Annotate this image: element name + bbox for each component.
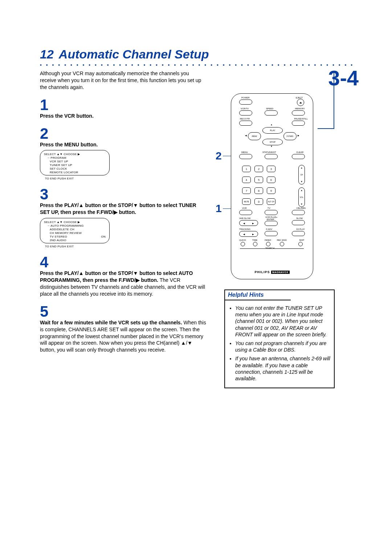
key-3[interactable]: 3	[267, 166, 275, 172]
tracking-right-icon	[252, 233, 254, 235]
key-1[interactable]: 1	[242, 166, 251, 172]
remote-body: POWER EJECT ⏏ VCR/TV SPEED MEMORY REC/OT…	[231, 93, 313, 279]
key-6[interactable]: 6	[267, 177, 275, 183]
osd1-item: REMOTE LOCATOR	[50, 171, 106, 174]
key-2[interactable]: 2	[254, 166, 263, 172]
page-number: 12	[40, 47, 54, 61]
osd2-item: TV STEREO	[50, 235, 67, 239]
speed-button[interactable]	[265, 110, 278, 116]
skip-label: SKIP	[299, 239, 304, 241]
x2-button[interactable]	[292, 231, 305, 236]
clear-label: CLEAR	[296, 151, 303, 153]
time-label: TIME	[252, 239, 257, 241]
brand-row: PHILIPS MAGNAVOX	[231, 270, 313, 274]
fadv-button[interactable]	[265, 231, 278, 236]
power-button[interactable]	[239, 100, 252, 105]
osd2-item: AUTO PROGRAMMING	[45, 224, 106, 228]
statusexit-button[interactable]	[265, 154, 278, 159]
ch-rocker[interactable]: CH	[298, 165, 305, 185]
play-label: PLAY	[270, 129, 275, 131]
ch-label: CH	[300, 174, 303, 176]
cbldbs-button[interactable]	[292, 210, 305, 215]
corner-vline	[334, 72, 334, 128]
play-button[interactable]: PLAY	[262, 127, 283, 134]
left-icon	[245, 134, 247, 137]
quick-button[interactable]	[241, 242, 245, 246]
osd1-item: PROGRAM	[45, 156, 106, 160]
speed-label: SPEED	[266, 108, 273, 110]
vol-up-icon	[301, 189, 303, 191]
corner-hline	[318, 128, 334, 129]
ffwd-button[interactable]: F.FWD	[283, 132, 297, 140]
index-label: INDEX	[265, 239, 271, 241]
vol-rocker[interactable]: VOL	[298, 187, 305, 207]
remote-diagram: 2 1 POWER EJECT ⏏ VCR/TV SPEED MEMORY	[231, 93, 313, 279]
skip-button[interactable]	[298, 242, 303, 246]
recotr-label: REC/OTR	[240, 118, 250, 120]
helpful-hints-box: Helpful Hints You can not enter the TUNE…	[224, 289, 335, 388]
power-label: POWER	[241, 97, 250, 99]
key-4[interactable]: 4	[242, 177, 251, 183]
stop-button[interactable]: STOP	[262, 139, 283, 145]
index-button[interactable]	[266, 242, 270, 246]
memory-button[interactable]	[292, 110, 305, 116]
recend-button[interactable]	[280, 242, 284, 246]
ch-up-icon	[301, 167, 303, 169]
key-8[interactable]: 8	[254, 187, 263, 194]
x2-label: X2 PLAY	[296, 228, 305, 230]
tv-button[interactable]	[265, 210, 278, 215]
vcrplus-button[interactable]	[265, 221, 278, 226]
osd1-footer: TO END PUSH EXIT	[45, 177, 207, 180]
tv-label: TV	[268, 207, 270, 209]
osd2-on: ON	[101, 235, 106, 239]
manual-page: 12 Automatic Channel Setup • • • • • • •…	[0, 0, 392, 417]
osd-menu-1: SELECT ▲▼ CHOOSE ▶ PROGRAM VCR SET UP TU…	[40, 150, 110, 175]
slow-button[interactable]	[292, 220, 305, 225]
step-3-number: 3	[40, 187, 207, 202]
varslow-label: VAR.SLOW	[239, 217, 250, 219]
brand-philips: PHILIPS	[254, 270, 270, 274]
time-button[interactable]	[253, 242, 257, 246]
osd2-item: ADD/DELETE CH	[50, 228, 106, 231]
key-5[interactable]: 5	[254, 177, 263, 183]
step-3-bold: Press the PLAY/▲ button or the STOP/▼ bu…	[40, 202, 196, 215]
altch-button[interactable]: ALT CH	[267, 198, 275, 205]
slow-label: SLOW	[296, 217, 303, 219]
rew-button[interactable]: REW	[248, 132, 261, 140]
osd1-header: SELECT ▲▼ CHOOSE ▶	[44, 153, 106, 156]
clear-button[interactable]	[292, 154, 305, 159]
vcr-label: VCR	[242, 207, 247, 209]
vcrtv-label: VCR/TV	[241, 108, 249, 110]
enter-label: ENTER	[267, 218, 274, 220]
section-ref: 3-4	[328, 66, 359, 90]
hints-title: Helpful Hints	[225, 290, 291, 300]
eject-icon: ⏏	[299, 101, 302, 104]
varslow-rocker[interactable]	[239, 220, 258, 226]
mute-button[interactable]: MUTE	[242, 198, 251, 205]
brand-magnavox: MAGNAVOX	[271, 271, 290, 274]
osd2-header: SELECT ▲▼ CHOOSE ▶	[44, 220, 106, 224]
right-column: 3-4 2 1 POWER EJECT ⏏ VCR/TV SPEED	[217, 68, 356, 388]
step-5-number: 5	[40, 304, 207, 319]
osd1-item: TUNER SET UP	[50, 163, 106, 167]
cbldbs-label: CBL/DBS	[296, 207, 306, 209]
search-label: SEARCH	[265, 247, 274, 249]
vol-down-icon	[301, 203, 303, 205]
key-9[interactable]: 9	[267, 187, 275, 194]
eject-button[interactable]: ⏏	[297, 99, 304, 106]
left-column: Although your VCR may automatically memo…	[40, 68, 207, 388]
osd1-item: VCR SET UP	[50, 160, 106, 163]
tracking-label: TRACKING	[239, 228, 250, 230]
vcrtv-button[interactable]	[239, 110, 252, 116]
key-7[interactable]: 7	[242, 187, 251, 194]
key-0[interactable]: 0	[254, 198, 263, 205]
tracking-rocker[interactable]	[239, 231, 258, 237]
callout-1: 1	[216, 202, 222, 215]
quick-label: QUICK	[239, 239, 246, 241]
up-icon	[270, 123, 273, 126]
vcr-button[interactable]	[239, 210, 252, 215]
intro-text: Although your VCR may automatically memo…	[40, 70, 203, 91]
callout-2: 2	[216, 150, 222, 162]
step-5-bold: Wait for a few minutes while the VCR set…	[40, 320, 182, 325]
menu-button[interactable]	[239, 154, 252, 159]
